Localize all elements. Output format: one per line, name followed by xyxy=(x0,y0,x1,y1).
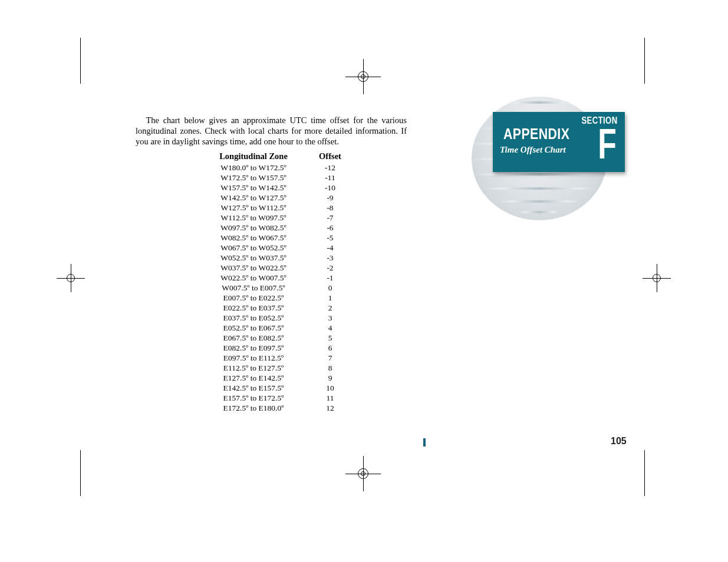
table-row: E067.5º to E082.5º5 xyxy=(195,333,348,343)
offset-cell: 9 xyxy=(312,373,348,383)
offset-cell: 5 xyxy=(312,333,348,343)
offset-cell: -9 xyxy=(312,193,348,203)
offset-cell: 2 xyxy=(312,303,348,313)
offset-cell: 11 xyxy=(312,393,348,403)
page-body: The chart below gives an approximate UTC… xyxy=(136,115,407,413)
zone-cell: E037.5º to E052.5º xyxy=(195,313,312,323)
table-row: W112.5º to W097.5º-7 xyxy=(195,213,348,223)
offset-cell: -2 xyxy=(312,263,348,273)
crop-mark-icon xyxy=(644,38,645,84)
table-row: W007.5º to E007.5º0 xyxy=(195,283,348,293)
zone-cell: W067.5º to W052.5º xyxy=(195,243,312,253)
zone-cell: W097.5º to W082.5º xyxy=(195,223,312,233)
table-row: W052.5º to W037.5º-3 xyxy=(195,253,348,263)
offset-cell: 0 xyxy=(312,283,348,293)
zone-cell: W052.5º to W037.5º xyxy=(195,253,312,263)
offset-cell: -6 xyxy=(312,223,348,233)
table-row: W037.5º to W022.5º-2 xyxy=(195,263,348,273)
crop-mark-icon xyxy=(80,38,81,84)
side-panel: APPENDIX Time Offset Chart SECTION F 105 xyxy=(423,100,635,442)
zone-cell: E142.5º to E157.5º xyxy=(195,383,312,393)
offset-cell: -5 xyxy=(312,233,348,243)
zone-cell: E097.5º to E112.5º xyxy=(195,353,312,363)
zone-cell: W007.5º to E007.5º xyxy=(195,283,312,293)
table-row: E172.5º to E180.0º12 xyxy=(195,403,348,413)
table-row: E112.5º to E127.5º8 xyxy=(195,363,348,373)
offset-table: Longitudinal Zone Offset W180.0º to W172… xyxy=(195,151,407,413)
offset-cell: -11 xyxy=(312,173,348,183)
footer-divider-icon xyxy=(423,438,426,447)
zone-cell: E022.5º to E037.5º xyxy=(195,303,312,313)
zone-cell: E112.5º to E127.5º xyxy=(195,363,312,373)
zone-cell: W172.5º to W157.5º xyxy=(195,173,312,183)
table-row: E127.5º to E142.5º9 xyxy=(195,373,348,383)
zone-cell: W037.5º to W022.5º xyxy=(195,263,312,273)
registration-mark-icon xyxy=(643,264,671,292)
offset-cell: -1 xyxy=(312,273,348,283)
table-row: W127.5º to W112.5º-8 xyxy=(195,203,348,213)
registration-mark-icon xyxy=(57,264,85,292)
table-row: E052.5º to E067.5º4 xyxy=(195,323,348,333)
registration-mark-icon xyxy=(345,59,381,94)
offset-cell: 12 xyxy=(312,403,348,413)
section-letter: F xyxy=(598,123,617,165)
table-row: W082.5º to W067.5º-5 xyxy=(195,233,348,243)
table-row: E097.5º to E112.5º7 xyxy=(195,353,348,363)
table-row: W180.0º to W172.5º-12 xyxy=(195,163,348,173)
offset-cell: 7 xyxy=(312,353,348,363)
zone-cell: E067.5º to E082.5º xyxy=(195,333,312,343)
intro-paragraph: The chart below gives an approximate UTC… xyxy=(136,115,407,147)
offset-cell: -12 xyxy=(312,163,348,173)
appendix-label: APPENDIX xyxy=(503,125,569,143)
table-row: E037.5º to E052.5º3 xyxy=(195,313,348,323)
offset-cell: -8 xyxy=(312,203,348,213)
zone-cell: W127.5º to W112.5º xyxy=(195,203,312,213)
table-row: W097.5º to W082.5º-6 xyxy=(195,223,348,233)
registration-mark-icon xyxy=(345,456,381,491)
zone-cell: W082.5º to W067.5º xyxy=(195,233,312,243)
zone-cell: W112.5º to W097.5º xyxy=(195,213,312,223)
zone-cell: E052.5º to E067.5º xyxy=(195,323,312,333)
table-row: W142.5º to W127.5º-9 xyxy=(195,193,348,203)
offset-cell: -10 xyxy=(312,183,348,193)
crop-mark-icon xyxy=(644,450,645,496)
table-row: W067.5º to W052.5º-4 xyxy=(195,243,348,253)
zone-cell: W157.5º to W142.5º xyxy=(195,183,312,193)
zone-cell: W142.5º to W127.5º xyxy=(195,193,312,203)
offset-cell: 1 xyxy=(312,293,348,303)
offset-cell: 4 xyxy=(312,323,348,333)
col-header-offset: Offset xyxy=(312,151,348,163)
table-row: E142.5º to E157.5º10 xyxy=(195,383,348,393)
zone-cell: E127.5º to E142.5º xyxy=(195,373,312,383)
offset-cell: -4 xyxy=(312,243,348,253)
table-row: W022.5º to W007.5º-1 xyxy=(195,273,348,283)
crop-mark-icon xyxy=(80,450,81,496)
zone-cell: E082.5º to E097.5º xyxy=(195,343,312,353)
page-number: 105 xyxy=(611,436,627,447)
table-row: E082.5º to E097.5º6 xyxy=(195,343,348,353)
col-header-zone: Longitudinal Zone xyxy=(195,151,312,163)
zone-cell: E007.5º to E022.5º xyxy=(195,293,312,303)
zone-cell: E172.5º to E180.0º xyxy=(195,403,312,413)
offset-cell: 3 xyxy=(312,313,348,323)
zone-cell: E157.5º to E172.5º xyxy=(195,393,312,403)
offset-cell: 10 xyxy=(312,383,348,393)
table-row: W172.5º to W157.5º-11 xyxy=(195,173,348,183)
zone-cell: W022.5º to W007.5º xyxy=(195,273,312,283)
table-row: E007.5º to E022.5º1 xyxy=(195,293,348,303)
table-row: E022.5º to E037.5º2 xyxy=(195,303,348,313)
appendix-subtitle: Time Offset Chart xyxy=(500,145,566,155)
offset-cell: -7 xyxy=(312,213,348,223)
offset-cell: 8 xyxy=(312,363,348,373)
offset-cell: 6 xyxy=(312,343,348,353)
section-badge: APPENDIX Time Offset Chart SECTION F xyxy=(493,112,625,172)
zone-cell: W180.0º to W172.5º xyxy=(195,163,312,173)
offset-cell: -3 xyxy=(312,253,348,263)
table-row: E157.5º to E172.5º11 xyxy=(195,393,348,403)
table-row: W157.5º to W142.5º-10 xyxy=(195,183,348,193)
